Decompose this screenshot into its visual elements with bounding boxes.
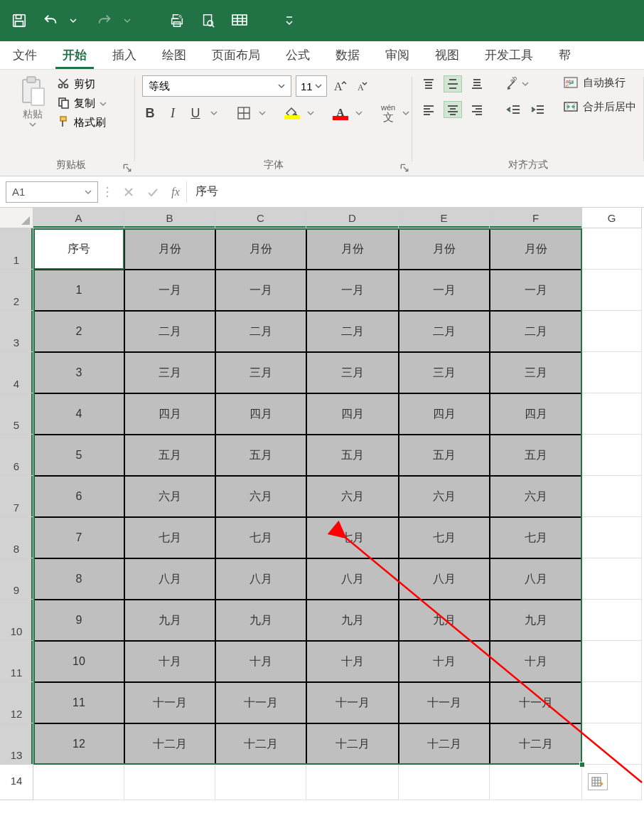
phonetic-guide-button[interactable]: wén 文 [381,104,395,122]
data-cell[interactable]: 七月 [399,517,490,558]
empty-cell[interactable] [582,682,642,723]
data-cell[interactable]: 九月 [490,600,582,641]
merge-center-button[interactable]: 合并后居中 [563,100,636,114]
align-right-button[interactable] [468,101,486,118]
row-header[interactable]: 5 [0,393,33,435]
data-cell[interactable]: 七月 [306,517,399,558]
empty-cell[interactable] [582,270,642,311]
data-cell[interactable]: 月份 [215,228,306,270]
font-color-button[interactable]: A [333,105,348,122]
data-cell[interactable]: 五月 [124,435,215,476]
data-cell[interactable]: 月份 [490,228,582,270]
row-header[interactable]: 2 [0,270,33,311]
data-cell[interactable]: 五月 [306,435,399,476]
empty-cell[interactable] [582,352,642,393]
data-cell[interactable]: 六月 [399,476,490,517]
data-cell[interactable]: 七月 [490,517,582,558]
data-cell[interactable]: 十一月 [306,682,399,723]
empty-cell[interactable] [33,765,124,800]
tab-developer[interactable]: 开发工具 [472,41,546,69]
tab-review[interactable]: 审阅 [372,41,422,69]
data-cell[interactable]: 二月 [306,311,399,352]
data-cell[interactable]: 十二月 [215,723,306,765]
fill-color-button[interactable] [284,105,300,122]
data-cell[interactable]: 二月 [399,311,490,352]
empty-cell[interactable] [399,765,490,800]
data-cell[interactable]: 十月 [490,641,582,682]
empty-cell[interactable] [582,723,642,765]
data-cell[interactable]: 六月 [215,476,306,517]
data-cell[interactable]: 十二月 [399,723,490,765]
cut-button[interactable]: 剪切 [57,77,107,92]
column-header[interactable]: G [582,208,642,228]
data-cell[interactable]: 7 [33,517,124,558]
data-cell[interactable]: 四月 [306,393,399,435]
tab-draw[interactable]: 绘图 [149,41,199,69]
copy-button[interactable]: 复制 [57,96,107,111]
data-cell[interactable]: 月份 [124,228,215,270]
column-header[interactable]: F [490,208,582,228]
underline-dropdown[interactable] [210,105,218,122]
data-cell[interactable]: 十一月 [399,682,490,723]
underline-button[interactable]: U [188,105,203,122]
data-cell[interactable]: 六月 [124,476,215,517]
data-cell[interactable]: 2 [33,311,124,352]
data-cell[interactable]: 十月 [306,641,399,682]
row-header[interactable]: 12 [0,682,33,723]
empty-cell[interactable] [215,765,306,800]
print-preview-button[interactable] [199,11,218,30]
active-cell[interactable]: 序号 [33,228,124,270]
increase-font-button[interactable]: A [331,75,350,97]
qat-customize-dropdown[interactable] [280,11,299,30]
font-dialog-launcher[interactable] [399,163,409,173]
bold-button[interactable]: B [142,105,158,122]
tab-data[interactable]: 数据 [323,41,372,69]
empty-cell[interactable] [582,228,642,270]
orientation-button[interactable]: ab [505,77,529,91]
column-header[interactable]: A [33,208,124,228]
data-cell[interactable]: 8 [33,558,124,600]
data-cell[interactable]: 八月 [399,558,490,600]
borders-dropdown[interactable] [259,105,266,122]
empty-cell[interactable] [582,476,642,517]
borders-button[interactable] [236,105,252,122]
row-header[interactable]: 8 [0,517,33,558]
worksheet-grid[interactable]: ABCDEFG 1234567891011121314 序号月份月份月份月份月份… [0,208,644,823]
empty-cell[interactable] [582,600,642,641]
data-cell[interactable]: 一月 [490,270,582,311]
select-all-button[interactable] [0,208,33,228]
empty-cell[interactable] [582,435,642,476]
data-cell[interactable]: 十月 [215,641,306,682]
align-top-button[interactable] [419,75,438,92]
redo-dropdown[interactable] [118,11,136,30]
row-header[interactable]: 3 [0,311,33,352]
data-cell[interactable]: 九月 [124,600,215,641]
tab-page-layout[interactable]: 页面布局 [199,41,273,69]
data-cell[interactable]: 六月 [490,476,582,517]
data-cell[interactable]: 三月 [490,352,582,393]
column-header[interactable]: D [306,208,399,228]
data-cell[interactable]: 三月 [215,352,306,393]
data-cell[interactable]: 四月 [490,393,582,435]
data-cell[interactable]: 6 [33,476,124,517]
data-cell[interactable]: 10 [33,641,124,682]
italic-button[interactable]: I [165,105,181,122]
data-cell[interactable]: 五月 [490,435,582,476]
data-cell[interactable]: 四月 [124,393,215,435]
column-header[interactable]: C [215,208,306,228]
font-size-combobox[interactable]: 11 [296,75,327,97]
clipboard-dialog-launcher[interactable] [122,163,132,173]
decrease-indent-button[interactable] [505,101,523,118]
data-cell[interactable]: 9 [33,600,124,641]
data-cell[interactable]: 三月 [306,352,399,393]
data-cell[interactable]: 二月 [124,311,215,352]
quick-print-button[interactable] [168,11,186,30]
data-cell[interactable]: 3 [33,352,124,393]
data-cell[interactable]: 十一月 [124,682,215,723]
insert-function-button[interactable]: fx [165,186,186,198]
phonetic-dropdown[interactable] [402,105,409,122]
row-header[interactable]: 11 [0,641,33,682]
data-cell[interactable]: 七月 [124,517,215,558]
column-header[interactable]: B [124,208,215,228]
data-cell[interactable]: 十二月 [306,723,399,765]
